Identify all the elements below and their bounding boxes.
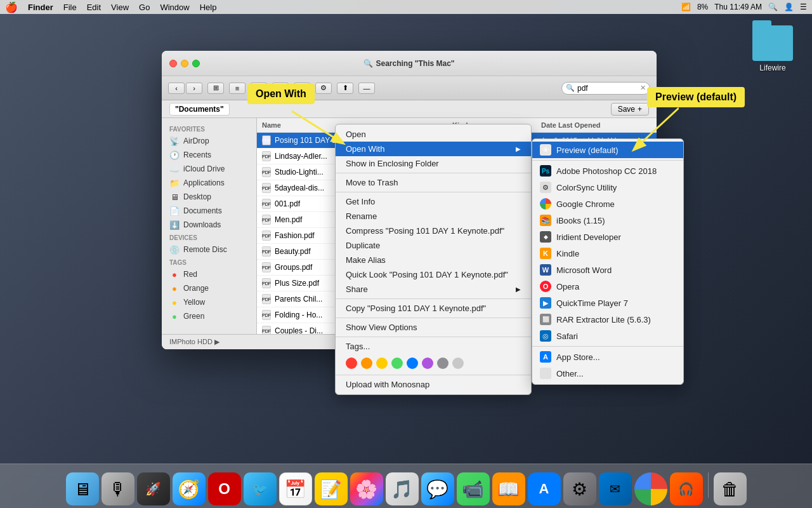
forward-button[interactable]: › bbox=[186, 83, 202, 94]
menu-help[interactable]: Help bbox=[200, 3, 217, 12]
finder-pathbar: "Documents" Save + bbox=[162, 100, 657, 118]
dock-item-bird[interactable]: 🐦 bbox=[244, 472, 277, 505]
menubar: 🍎 Finder File Edit View Go Window Help 📶… bbox=[0, 0, 812, 14]
sidebar-item-airdrop[interactable]: 📡 AirDrop bbox=[162, 134, 256, 148]
dock-item-audacity[interactable]: 🎧 bbox=[670, 472, 703, 505]
dock-item-facetime[interactable]: 📹 bbox=[457, 472, 490, 505]
dock-item-trash[interactable]: 🗑 bbox=[714, 472, 747, 505]
submenu-opera[interactable]: O Opera bbox=[532, 278, 683, 295]
sidebar-item-remote-disc[interactable]: 💿 Remote Disc bbox=[162, 243, 256, 257]
maximize-button[interactable] bbox=[192, 60, 200, 67]
menu-file[interactable]: File bbox=[63, 3, 77, 12]
share-button[interactable]: ⬆ bbox=[337, 83, 353, 94]
dock-item-opera[interactable]: O bbox=[208, 472, 241, 505]
column-date[interactable]: Date Last Opened bbox=[536, 120, 657, 130]
tag-orange[interactable] bbox=[361, 358, 372, 369]
menu-view[interactable]: View bbox=[111, 3, 129, 12]
list-icon[interactable]: ☰ bbox=[800, 3, 807, 11]
sidebar-item-recents[interactable]: 🕐 Recents bbox=[162, 148, 256, 162]
submenu-photoshop[interactable]: Ps Adobe Photoshop CC 2018 bbox=[532, 163, 683, 179]
sidebar-item-tag-orange[interactable]: ● Orange bbox=[162, 281, 256, 295]
context-share[interactable]: Share ▶ bbox=[336, 282, 531, 297]
context-copy[interactable]: Copy "Posing 101 DAY 1 Keynote.pdf" bbox=[336, 301, 531, 316]
sidebar-item-tag-red[interactable]: ● Red bbox=[162, 267, 256, 281]
submenu-preview[interactable]: 👁 Preview (default) bbox=[532, 142, 683, 158]
dock-item-safari[interactable]: 🧭 bbox=[173, 472, 206, 505]
sidebar-item-documents[interactable]: 📄 Documents bbox=[162, 204, 256, 218]
context-compress[interactable]: Compress "Posing 101 DAY 1 Keynote.pdf" bbox=[336, 224, 531, 238]
context-make-alias[interactable]: Make Alias bbox=[336, 253, 531, 267]
submenu-safari[interactable]: ◎ Safari bbox=[532, 328, 683, 344]
dock-item-outlook[interactable]: ✉ bbox=[599, 472, 632, 505]
dock-item-messages[interactable]: 💬 bbox=[421, 472, 454, 505]
context-trash[interactable]: Move to Trash bbox=[336, 175, 531, 190]
close-button[interactable] bbox=[169, 60, 177, 67]
search-icon[interactable]: 🔍 bbox=[768, 3, 778, 11]
sidebar-item-tag-yellow[interactable]: ● Yellow bbox=[162, 295, 256, 309]
context-show-enclosing[interactable]: Show in Enclosing Folder bbox=[336, 156, 531, 171]
dock-item-launchpad[interactable]: 🚀 bbox=[137, 472, 170, 505]
dock-item-notes[interactable]: 📝 bbox=[315, 472, 348, 505]
dock-item-finder[interactable]: 🖥 bbox=[66, 472, 99, 505]
submenu-kindle[interactable]: K Kindle bbox=[532, 245, 683, 262]
tag-red[interactable] bbox=[346, 358, 357, 369]
submenu-ibooks[interactable]: 📚 iBooks (1.15) bbox=[532, 212, 683, 229]
back-button[interactable]: ‹ bbox=[168, 83, 185, 94]
context-duplicate[interactable]: Duplicate bbox=[336, 238, 531, 253]
save-search-button[interactable]: Save + bbox=[611, 103, 649, 116]
context-get-info[interactable]: Get Info bbox=[336, 194, 531, 209]
dock-item-calendar[interactable]: 📅 bbox=[279, 472, 312, 505]
context-open[interactable]: Open bbox=[336, 127, 531, 142]
dock-item-appstore[interactable]: A bbox=[528, 472, 561, 505]
wifi-icon[interactable]: 📶 bbox=[681, 3, 691, 11]
submenu-iridient[interactable]: ◆ Iridient Developer bbox=[532, 229, 683, 245]
sidebar-item-applications[interactable]: 📁 Applications bbox=[162, 176, 256, 190]
sidebar-item-downloads[interactable]: ⬇️ Downloads bbox=[162, 218, 256, 232]
submenu-word[interactable]: W Microsoft Word bbox=[532, 262, 683, 278]
sidebar-item-desktop[interactable]: 🖥 Desktop bbox=[162, 190, 256, 204]
submenu-colorsync[interactable]: ⚙ ColorSync Utility bbox=[532, 179, 683, 196]
tag-green[interactable] bbox=[391, 358, 403, 369]
menu-window[interactable]: Window bbox=[160, 3, 189, 12]
clear-search-icon[interactable]: ✕ bbox=[640, 84, 646, 92]
view-icon-button[interactable]: ⊞ bbox=[207, 83, 224, 94]
sidebar-item-icloud[interactable]: ☁️ iCloud Drive bbox=[162, 162, 256, 176]
tag-gray[interactable] bbox=[452, 358, 464, 369]
submenu-quicktime[interactable]: ▶ QuickTime Player 7 bbox=[532, 295, 683, 311]
view-list-button[interactable]: ≡ bbox=[229, 83, 246, 94]
search-bar[interactable]: 🔍 ✕ bbox=[561, 82, 650, 95]
dock-item-photos[interactable]: 🌸 bbox=[350, 472, 383, 505]
tag-button[interactable]: — bbox=[358, 83, 375, 94]
tag-yellow[interactable] bbox=[376, 358, 388, 369]
submenu-other[interactable]: Other... bbox=[532, 365, 683, 382]
dock-item-siri[interactable]: 🎙 bbox=[102, 472, 134, 505]
user-icon[interactable]: 👤 bbox=[784, 3, 794, 11]
sidebar-item-tag-green[interactable]: ● Green bbox=[162, 309, 256, 323]
menu-edit[interactable]: Edit bbox=[87, 3, 101, 12]
context-rename[interactable]: Rename bbox=[336, 209, 531, 224]
menu-finder[interactable]: Finder bbox=[28, 3, 53, 12]
apple-menu[interactable]: 🍎 bbox=[5, 1, 18, 13]
dock-item-system-preferences[interactable]: ⚙ bbox=[563, 472, 596, 505]
file-icon: PDF bbox=[262, 326, 271, 334]
separator bbox=[336, 192, 531, 192]
context-tags[interactable]: Tags... bbox=[336, 339, 531, 354]
tag-gray-light[interactable] bbox=[437, 358, 449, 369]
context-quick-look[interactable]: Quick Look "Posing 101 DAY 1 Keynote.pdf… bbox=[336, 267, 531, 282]
context-upload-monosnap[interactable]: Upload with Monosnap bbox=[336, 377, 531, 392]
context-show-view-options[interactable]: Show View Options bbox=[336, 320, 531, 335]
desktop-folder-icon[interactable]: Lifewire bbox=[752, 25, 793, 72]
search-input[interactable] bbox=[577, 84, 638, 93]
dock-item-itunes[interactable]: 🎵 bbox=[386, 472, 419, 505]
tag-blue[interactable] bbox=[407, 358, 418, 369]
dock-item-ibooks[interactable]: 📖 bbox=[492, 472, 525, 505]
context-open-with[interactable]: Open With ▶ bbox=[336, 142, 531, 156]
dock-item-chrome[interactable] bbox=[634, 472, 667, 505]
action-button[interactable]: ⚙ bbox=[315, 83, 332, 94]
submenu-chrome[interactable]: Google Chrome bbox=[532, 196, 683, 212]
minimize-button[interactable] bbox=[181, 60, 188, 67]
submenu-rar[interactable]: ⬜ RAR Extractor Lite (5.6.3) bbox=[532, 311, 683, 328]
submenu-appstore[interactable]: A App Store... bbox=[532, 349, 683, 365]
tag-purple[interactable] bbox=[422, 358, 433, 369]
menu-go[interactable]: Go bbox=[139, 3, 150, 12]
